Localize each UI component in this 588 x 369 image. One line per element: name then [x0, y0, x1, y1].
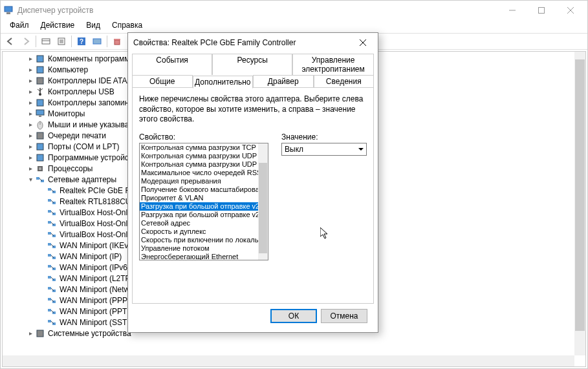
port-icon	[35, 142, 45, 152]
property-option[interactable]: Разгрузка при большой отправке v2	[140, 211, 268, 219]
help-button[interactable]: ?	[74, 34, 89, 48]
tab-driver[interactable]: Драйвер	[253, 75, 314, 88]
chevron-icon: ▸	[26, 110, 35, 117]
back-button[interactable]	[3, 34, 17, 48]
forward-button[interactable]	[19, 34, 33, 48]
titlebar: Диспетчер устройств	[1, 1, 587, 20]
tab-general[interactable]: Общие	[132, 75, 193, 88]
svg-rect-30	[37, 143, 43, 150]
tab-power[interactable]: Управление электропитанием	[292, 54, 374, 75]
svg-rect-31	[37, 154, 43, 161]
computer-icon	[35, 65, 45, 75]
chevron-icon: ▸	[26, 154, 35, 161]
net-icon	[47, 295, 57, 306]
svg-rect-29	[37, 132, 43, 139]
ok-button[interactable]: ОК	[270, 309, 317, 323]
tree-item-label: WAN Miniport (IPv6)	[60, 263, 130, 272]
svg-rect-46	[48, 221, 51, 224]
net-icon	[47, 185, 57, 196]
svg-rect-0	[5, 6, 12, 12]
show-hidden-button[interactable]	[39, 34, 53, 48]
chevron-down-icon	[358, 145, 364, 154]
property-option[interactable]: Максимальное число очередей RSS	[140, 169, 268, 177]
tree-item-label: Realtek RTL8188CU V	[60, 197, 138, 206]
tree-item-label: Контроллеры USB	[48, 87, 114, 96]
close-button[interactable]	[556, 1, 585, 19]
cancel-button[interactable]: Отмена	[321, 309, 367, 323]
dialog-title: Свойства: Realtek PCIe GbE Family Contro…	[133, 38, 353, 47]
svg-rect-73	[48, 320, 51, 322]
property-option[interactable]: Разгрузка при большой отправке v2	[140, 202, 268, 211]
property-option[interactable]: Модерация прерывания	[140, 177, 268, 185]
svg-rect-55	[48, 254, 51, 257]
tree-item-label: VirtualBox Host-Onl	[60, 208, 127, 217]
menubar: Файл Действие Вид Справка	[1, 20, 587, 33]
property-option[interactable]: Контрольная сумма разгрузки UDP	[140, 160, 268, 169]
menu-view[interactable]: Вид	[81, 20, 105, 33]
svg-rect-3	[538, 8, 544, 14]
chevron-icon: ▸	[26, 99, 35, 106]
svg-rect-76	[37, 330, 43, 337]
chevron-icon: ▸	[26, 121, 35, 128]
tab-panel-advanced: Ниже перечислены свойства этого адаптера…	[132, 87, 374, 304]
chevron-icon: ▸	[26, 132, 35, 139]
app-icon	[3, 5, 14, 16]
properties-dialog: Свойства: Realtek PCIe GbE Family Contro…	[127, 32, 378, 333]
svg-rect-16	[114, 39, 120, 40]
property-option[interactable]: Приоритет & VLAN	[140, 194, 268, 202]
chevron-icon: ▸	[26, 55, 35, 62]
ide-icon	[35, 76, 45, 86]
horizontal-scrollbar[interactable]	[3, 355, 574, 366]
menu-help[interactable]: Справка	[107, 20, 147, 33]
tree-item-label: WAN Miniport (IKEv	[60, 241, 128, 250]
chevron-icon: ▸	[26, 143, 35, 150]
maximize-button[interactable]	[527, 1, 556, 19]
property-option[interactable]: Управление потоком	[140, 244, 268, 253]
property-option[interactable]: Скорость при включении по локальн	[140, 236, 268, 244]
menu-file[interactable]: Файл	[5, 20, 34, 33]
menu-action[interactable]: Действие	[36, 20, 80, 33]
svg-rect-70	[48, 309, 51, 311]
software-icon	[35, 54, 45, 64]
svg-rect-1	[6, 12, 10, 14]
chevron-icon: ▸	[26, 330, 35, 337]
tab-events[interactable]: События	[132, 54, 212, 75]
dialog-close-button[interactable]	[353, 34, 373, 51]
tab-advanced[interactable]: Дополнительно	[193, 76, 254, 89]
property-option[interactable]: Скорость и дуплекс	[140, 227, 268, 236]
chevron-icon: ▸	[26, 165, 35, 172]
net-icon	[47, 218, 57, 229]
minimize-button[interactable]	[497, 1, 527, 19]
svg-rect-14	[93, 39, 101, 44]
property-option[interactable]: Контрольная сумма разгрузки UDP	[140, 152, 268, 160]
property-listbox[interactable]: Контрольная сумма разгрузки TCPКонтрольн…	[139, 143, 268, 260]
uninstall-button[interactable]	[110, 34, 124, 48]
property-option[interactable]: Получение бокового масштабирован	[140, 185, 268, 194]
net-icon	[47, 284, 57, 295]
property-option[interactable]: Энергосберегающий Ethernet	[140, 253, 268, 260]
tree-item-label: Программные устройс	[48, 153, 129, 162]
scan-button[interactable]	[90, 34, 104, 48]
tree-item-label: Мыши и иные указыва	[48, 120, 129, 129]
net-icon	[47, 240, 57, 251]
svg-rect-15	[114, 40, 120, 45]
storage-icon	[35, 98, 45, 108]
property-option[interactable]: Контрольная сумма разгрузки TCP	[140, 143, 268, 152]
svg-rect-40	[48, 199, 51, 202]
chevron-icon: ▸	[26, 88, 35, 95]
svg-rect-43	[48, 210, 51, 213]
vertical-scrollbar[interactable]	[574, 52, 585, 355]
properties-button[interactable]	[54, 34, 69, 48]
value-combobox[interactable]: Выкл	[281, 143, 367, 156]
net-icon	[47, 251, 57, 262]
tab-details[interactable]: Сведения	[314, 75, 375, 88]
listbox-scrollbar[interactable]	[258, 143, 268, 260]
net-icon	[47, 306, 57, 317]
property-option[interactable]: Сетевой адрес	[140, 219, 268, 227]
monitor-icon	[35, 109, 45, 119]
svg-rect-17	[37, 56, 43, 62]
system-icon	[35, 328, 45, 339]
tree-item-label: Компьютер	[48, 65, 88, 74]
tree-item-label: VirtualBox Host-Onl	[60, 230, 127, 239]
tab-resources[interactable]: Ресурсы	[212, 54, 292, 75]
